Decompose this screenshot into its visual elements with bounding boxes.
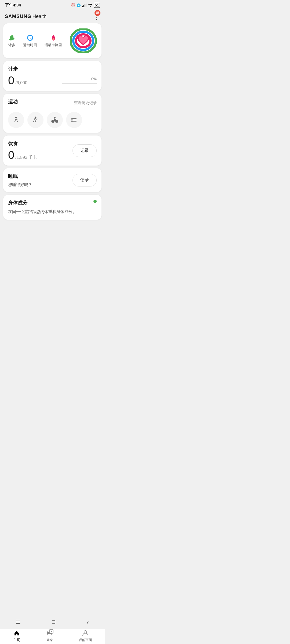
steps-value: 0 /6,000 xyxy=(8,75,27,86)
exercise-card-title: 运动 xyxy=(8,98,18,105)
heart-ring-visual xyxy=(70,29,97,53)
steps-row: 0 /6,000 0% xyxy=(8,75,97,86)
alarm-icon: ⏰ xyxy=(71,3,75,7)
calories-metric[interactable]: 活动卡路里 xyxy=(45,34,62,47)
svg-rect-1 xyxy=(82,6,83,7)
walk-button[interactable] xyxy=(8,112,24,128)
exercise-time-icon xyxy=(26,34,34,42)
svg-point-23 xyxy=(72,118,73,119)
sleep-card-title: 睡眠 xyxy=(8,173,32,180)
svg-rect-3 xyxy=(85,4,85,7)
steps-progress-section: 0% xyxy=(62,77,97,84)
samsung-text: SAMSUNG xyxy=(5,14,31,19)
battery-icon: 51 xyxy=(94,3,100,8)
steps-current: 0 xyxy=(8,75,14,86)
more-exercise-button[interactable] xyxy=(66,112,82,128)
exercise-time-label: 运动时间 xyxy=(23,43,37,47)
diet-info: 饮食 0 /1,593 千卡 xyxy=(8,140,37,161)
diet-goal: /1,593 千卡 xyxy=(15,155,37,160)
exercise-icons xyxy=(8,112,97,128)
sleep-card-row: 睡眠 您睡得好吗？ 记录 xyxy=(8,173,97,187)
connected-indicator xyxy=(93,200,97,203)
status-icons: ⏰ 51 xyxy=(71,3,100,8)
activity-metrics: 计步 运动时间 xyxy=(8,34,62,47)
sleep-record-button[interactable]: 记录 xyxy=(73,174,97,186)
header-actions: 新 ⋮ xyxy=(94,12,100,21)
status-bar: 下午4:34 ⏰ 51 xyxy=(0,0,105,9)
body-comp-title: 身体成分 xyxy=(8,200,97,206)
steps-icon xyxy=(8,34,16,42)
calories-icon xyxy=(50,34,57,42)
body-comp-description: 在同一位置跟踪您的体重和身体成分。 xyxy=(8,209,97,215)
svg-rect-2 xyxy=(83,5,84,7)
body-comp-card[interactable]: 身体成分 在同一位置跟踪您的体重和身体成分。 xyxy=(3,195,102,220)
diet-record-button[interactable]: 记录 xyxy=(73,144,97,157)
exercise-header: 运动 查看历史记录 xyxy=(8,98,97,108)
history-link[interactable]: 查看历史记录 xyxy=(74,101,97,105)
steps-metric[interactable]: 计步 xyxy=(8,34,16,47)
new-badge: 新 xyxy=(95,10,100,16)
exercise-card: 运动 查看历史记录 xyxy=(3,94,102,133)
sleep-subtitle: 您睡得好吗？ xyxy=(8,182,32,187)
svg-point-0 xyxy=(78,5,79,6)
steps-card-title: 计步 xyxy=(8,66,97,72)
run-button[interactable] xyxy=(27,112,44,128)
diet-card: 饮食 0 /1,593 千卡 记录 xyxy=(3,136,102,166)
exercise-time-metric[interactable]: 运动时间 xyxy=(23,34,37,47)
sleep-info: 睡眠 您睡得好吗？ xyxy=(8,173,32,187)
steps-goal: /6,000 xyxy=(15,80,27,85)
main-content: 计步 运动时间 xyxy=(0,23,105,241)
signal-icon xyxy=(82,3,86,7)
wifi-icon xyxy=(88,4,92,7)
cycle-button[interactable] xyxy=(47,112,63,128)
svg-point-24 xyxy=(72,120,73,120)
svg-rect-4 xyxy=(86,3,86,7)
steps-percent: 0% xyxy=(62,77,97,81)
steps-progress-bar xyxy=(62,83,97,84)
notification-icon xyxy=(77,3,81,7)
app-header: SAMSUNG Health 新 ⋮ xyxy=(0,9,105,23)
steps-card[interactable]: 计步 0 /6,000 0% xyxy=(3,61,102,91)
svg-point-16 xyxy=(35,117,37,118)
diet-card-title: 饮食 xyxy=(8,140,37,147)
activity-summary-card: 计步 运动时间 xyxy=(3,23,102,58)
diet-card-row: 饮食 0 /1,593 千卡 记录 xyxy=(8,140,97,161)
diet-current: 0 xyxy=(8,149,14,161)
app-logo: SAMSUNG Health xyxy=(5,14,46,19)
health-text: Health xyxy=(32,14,46,19)
diet-value: 0 /1,593 千卡 xyxy=(8,149,37,161)
calories-label: 活动卡路里 xyxy=(45,43,62,47)
steps-label: 计步 xyxy=(8,43,15,47)
svg-point-25 xyxy=(72,121,73,122)
status-time: 下午4:34 xyxy=(5,3,21,8)
svg-point-19 xyxy=(54,117,55,118)
sleep-card: 睡眠 您睡得好吗？ 记录 xyxy=(3,168,102,192)
